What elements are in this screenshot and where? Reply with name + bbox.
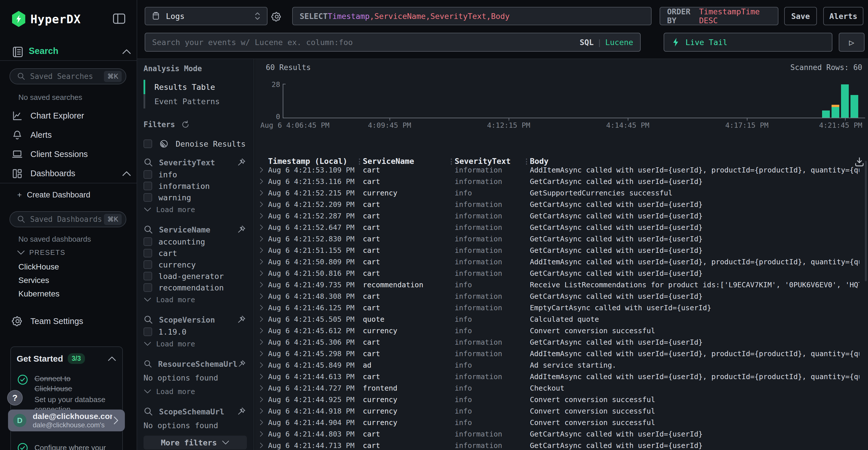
sql-toggle[interactable]: SQL: [580, 38, 594, 47]
filter-checkbox[interactable]: [144, 170, 152, 179]
log-row[interactable]: Aug 6 4:21:52.830 PM cart information Ge…: [255, 233, 868, 245]
log-row[interactable]: Aug 6 4:21:45.298 PM cart information Ad…: [255, 348, 868, 359]
filter-checkbox[interactable]: [144, 327, 152, 336]
filter-checkbox[interactable]: [144, 272, 152, 280]
filter-option[interactable]: 1.19.0: [144, 326, 254, 338]
sidebar-item-client-sessions[interactable]: Client Sessions: [0, 144, 137, 164]
load-more-button[interactable]: Load more: [144, 385, 254, 398]
scrollbar-thumb[interactable]: [865, 161, 867, 281]
expand-row-chevron-icon[interactable]: [259, 327, 264, 334]
expand-row-chevron-icon[interactable]: [259, 236, 264, 242]
mode-event-patterns[interactable]: Event Patterns: [144, 94, 254, 108]
log-row[interactable]: Aug 6 4:21:44.918 PM currency info Conve…: [255, 405, 868, 417]
expand-row-chevron-icon[interactable]: [259, 247, 264, 253]
log-row[interactable]: Aug 6 4:21:46.125 PM cart information Em…: [255, 302, 868, 313]
log-row[interactable]: Aug 6 4:21:45.505 PM quote info Calculat…: [255, 313, 868, 325]
preset-dashboard-link[interactable]: Services: [19, 274, 59, 287]
expand-row-chevron-icon[interactable]: [259, 259, 264, 265]
sidebar-item-team-settings[interactable]: Team Settings: [11, 315, 83, 327]
log-row[interactable]: Aug 6 4:21:49.735 PM recommendation info…: [255, 279, 868, 290]
save-button[interactable]: Save: [784, 7, 817, 25]
run-query-button[interactable]: ▷: [839, 33, 865, 52]
expand-row-chevron-icon[interactable]: [259, 442, 264, 449]
log-row[interactable]: Aug 6 4:21:53.109 PM cart information Ad…: [255, 164, 868, 175]
refresh-icon[interactable]: [181, 120, 190, 129]
expand-row-chevron-icon[interactable]: [259, 431, 264, 437]
filter-checkbox[interactable]: [144, 260, 152, 269]
pin-icon[interactable]: [237, 407, 246, 416]
load-more-button[interactable]: Load more: [144, 203, 254, 216]
log-row[interactable]: Aug 6 4:21:44.727 PM frontend info Check…: [255, 382, 868, 394]
histogram-bar-green[interactable]: [850, 95, 858, 118]
histogram-bar-green[interactable]: [832, 107, 839, 118]
log-row[interactable]: Aug 6 4:21:50.809 PM cart information Ad…: [255, 256, 868, 267]
help-button[interactable]: ?: [7, 390, 23, 406]
log-row[interactable]: Aug 6 4:21:52.287 PM cart information Ge…: [255, 210, 868, 222]
order-by-input[interactable]: ORDER BY TimestampTime DESC: [660, 7, 778, 25]
expand-row-chevron-icon[interactable]: [259, 282, 264, 288]
expand-row-chevron-icon[interactable]: [259, 408, 264, 414]
log-row[interactable]: Aug 6 4:21:45.306 PM cart information Ge…: [255, 336, 868, 348]
expand-row-chevron-icon[interactable]: [259, 396, 264, 403]
lucene-toggle[interactable]: Lucene: [605, 38, 633, 47]
hyperdx-logo-icon[interactable]: [11, 11, 26, 27]
presets-toggle[interactable]: PRESETS: [17, 249, 65, 257]
pin-icon[interactable]: [237, 225, 246, 234]
pin-icon[interactable]: [237, 359, 246, 369]
expand-row-chevron-icon[interactable]: [259, 293, 264, 299]
chevron-up-icon[interactable]: [122, 48, 131, 55]
alerts-button[interactable]: Alerts: [823, 7, 863, 25]
search-icon[interactable]: [144, 315, 153, 325]
expand-row-chevron-icon[interactable]: [259, 304, 264, 311]
select-query-input[interactable]: SELECT Timestamp,ServiceName,SeverityTex…: [292, 7, 652, 25]
denoise-results-toggle[interactable]: Denoise Results: [144, 139, 254, 149]
sidebar-item-dashboards[interactable]: Dashboards: [0, 164, 137, 183]
load-more-button[interactable]: Load more: [144, 293, 254, 306]
preset-dashboard-link[interactable]: Kubernetes: [19, 287, 59, 300]
expand-row-chevron-icon[interactable]: [259, 270, 264, 277]
histogram-bar-green[interactable]: [841, 84, 849, 118]
more-filters-button[interactable]: More filters: [144, 436, 247, 449]
expand-row-chevron-icon[interactable]: [259, 213, 264, 219]
log-row[interactable]: Aug 6 4:21:44.803 PM cart information Ge…: [255, 428, 868, 440]
create-dashboard-button[interactable]: + Create Dashboard: [17, 191, 90, 199]
expand-row-chevron-icon[interactable]: [259, 224, 264, 230]
expand-row-chevron-icon[interactable]: [259, 178, 264, 185]
expand-row-chevron-icon[interactable]: [259, 190, 264, 196]
pin-icon[interactable]: [237, 315, 246, 325]
chevron-up-icon[interactable]: [107, 356, 117, 362]
log-row[interactable]: Aug 6 4:21:52.209 PM cart information Ge…: [255, 199, 868, 210]
load-more-button[interactable]: Load more: [144, 338, 254, 350]
get-started-step-1[interactable]: Connect to ClickHouse Set up your databa…: [17, 374, 117, 414]
filter-option[interactable]: warning: [144, 192, 254, 203]
filter-option[interactable]: info: [144, 169, 254, 180]
expand-row-chevron-icon[interactable]: [259, 339, 264, 345]
log-row[interactable]: Aug 6 4:21:44.613 PM cart information Ad…: [255, 371, 868, 382]
filter-option[interactable]: information: [144, 180, 254, 192]
log-row[interactable]: Aug 6 4:21:48.308 PM cart information Ge…: [255, 290, 868, 302]
expand-row-chevron-icon[interactable]: [259, 419, 264, 426]
filter-checkbox[interactable]: [144, 193, 152, 202]
log-row[interactable]: Aug 6 4:21:45.612 PM currency info Conve…: [255, 325, 868, 336]
log-row[interactable]: Aug 6 4:21:50.816 PM cart information Ge…: [255, 267, 868, 279]
lucene-search-input[interactable]: Search your events w/ Lucene ex. column:…: [145, 33, 641, 52]
expand-row-chevron-icon[interactable]: [259, 167, 264, 173]
source-select[interactable]: Logs: [145, 7, 268, 25]
expand-row-chevron-icon[interactable]: [259, 385, 264, 391]
log-row[interactable]: Aug 6 4:21:51.155 PM cart information Ge…: [255, 245, 868, 256]
saved-dashboards-input[interactable]: Saved Dashboards ⌘K: [9, 211, 126, 227]
log-row[interactable]: Aug 6 4:21:52.215 PM currency info GetSu…: [255, 187, 868, 199]
get-started-step-2[interactable]: Configure where your data comes from: [17, 442, 117, 450]
query-language-toggle[interactable]: SQL | Lucene: [580, 38, 633, 47]
filter-checkbox[interactable]: [144, 283, 152, 292]
get-started-header[interactable]: Get Started 3/3: [17, 353, 117, 364]
filter-option[interactable]: currency: [144, 259, 254, 270]
saved-searches-input[interactable]: Saved Searches ⌘K: [9, 68, 126, 84]
source-settings-gear-icon[interactable]: [271, 11, 282, 22]
filter-option[interactable]: load-generator: [144, 270, 254, 282]
filter-checkbox[interactable]: [144, 182, 152, 190]
expand-row-chevron-icon[interactable]: [259, 350, 264, 357]
denoise-checkbox[interactable]: [144, 139, 152, 148]
search-icon[interactable]: [144, 359, 152, 369]
sidebar-item-chart-explorer[interactable]: Chart Explorer: [0, 106, 137, 125]
